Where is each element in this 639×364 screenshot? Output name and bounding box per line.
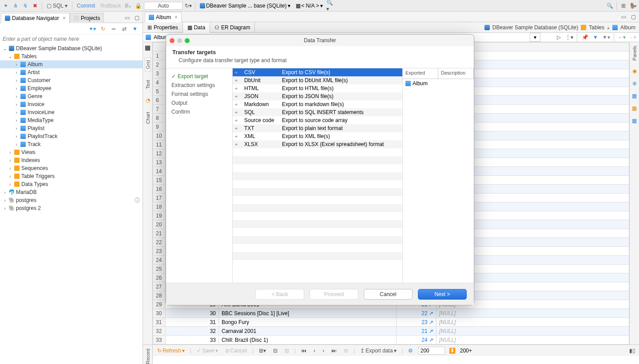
connect-icon[interactable]: ↯ <box>21 2 29 10</box>
vtab-panels[interactable]: Panels <box>632 44 637 63</box>
stop-icon[interactable]: ⊘ <box>342 348 350 354</box>
refresh-icon[interactable]: ↻ <box>99 25 107 33</box>
sql-button[interactable]: ▢ SQL ▾ <box>45 3 69 9</box>
next-button[interactable]: Next > <box>418 289 467 300</box>
tree-table-genre[interactable]: ›Genre <box>0 92 143 100</box>
table-row[interactable]: 3131Bongo Fury23 ↗[NULL] <box>153 318 629 327</box>
subtab-er[interactable]: ⚇ ER Diagram <box>210 22 255 32</box>
wizard-step[interactable]: Output <box>166 99 232 107</box>
last-icon[interactable]: ⏭ <box>329 348 338 354</box>
datasource-combo[interactable]: DBeaver Sample ... base (SQLite) ▾ <box>198 3 292 9</box>
editor-tab-album[interactable]: Album× <box>145 12 182 22</box>
tree-table-playlist[interactable]: ›Playlist <box>0 124 143 132</box>
format-option-json[interactable]: ▫JSONExport to JSON file(s) <box>233 92 402 100</box>
tree-triggers[interactable]: ›Table Triggers <box>0 172 143 180</box>
auto-commit-select[interactable]: Auto <box>144 2 183 10</box>
tree-table-album[interactable]: ›Album <box>0 60 143 68</box>
vtab-grid[interactable]: Grid <box>145 58 151 71</box>
exported-item[interactable]: Album <box>403 79 474 88</box>
tree-table-invoiceline[interactable]: ›InvoiceLine <box>0 108 143 116</box>
tree-tables[interactable]: ⌄Tables <box>0 52 143 60</box>
wizard-step[interactable]: Format settings <box>166 90 232 99</box>
first-icon[interactable]: ⏮ <box>299 348 308 354</box>
table-row[interactable]: 3232Carnaval 200121 ↗[NULL] <box>153 327 629 336</box>
sort-filter-icon[interactable]: ▼▾ <box>602 33 610 41</box>
filter-icon[interactable]: ▼ <box>591 33 599 41</box>
row-count-input[interactable] <box>418 347 445 355</box>
wizard-step[interactable]: Extraction settings <box>166 81 232 90</box>
tree-table-customer[interactable]: ›Customer <box>0 76 143 84</box>
format-option-txt[interactable]: ▫TXTExport to plain text format <box>233 124 402 132</box>
format-option-xlsx[interactable]: ▫XLSXExport to XLSX (Excel spreadsheet) … <box>233 140 402 148</box>
rollback-button[interactable]: Rollback <box>99 3 123 9</box>
panel-meta-icon[interactable]: ▦ <box>631 117 639 125</box>
tree-table-mediatype[interactable]: ›MediaType <box>0 116 143 124</box>
add-row-icon[interactable]: ⊞▾ <box>257 348 268 354</box>
gear-icon[interactable]: ⚙ <box>407 347 415 355</box>
tree-views[interactable]: ›Views <box>0 148 143 156</box>
projects-tab[interactable]: Projects <box>70 13 104 23</box>
wizard-step[interactable]: Export target <box>166 72 232 81</box>
subtab-properties[interactable]: ⊞ Properties <box>143 22 183 32</box>
tx-history-icon[interactable]: ↻▾ <box>184 2 192 10</box>
schema-combo[interactable]: ▦ < N/A > ▾ <box>294 3 325 9</box>
maximize-icon[interactable]: ▢ <box>133 14 141 22</box>
subtab-data[interactable]: ▦ Data <box>183 23 210 33</box>
del-row-icon[interactable]: ⊟ <box>283 348 291 354</box>
more-icon[interactable]: ⋮▾ <box>565 33 573 41</box>
search-icon[interactable]: 🔍▾ <box>326 2 334 10</box>
tree-postgres[interactable]: ›🐘postgresⓘ <box>0 196 143 204</box>
commit-button[interactable]: Commit <box>75 3 97 9</box>
prev-icon[interactable]: ‹ <box>312 348 317 354</box>
tree-postgres2[interactable]: ›🐘postgres 2 <box>0 204 143 212</box>
format-option-csv[interactable]: ▫CSVExport to CSV file(s) <box>233 68 402 76</box>
breadcrumb-tables[interactable]: Tables <box>589 24 604 31</box>
navigator-tab[interactable]: Database Navigator× <box>1 13 70 23</box>
new-conn-icon[interactable]: ✦▾ <box>88 25 96 33</box>
format-option-sql[interactable]: ▫SQLExport to SQL INSERT statements <box>233 108 402 116</box>
dbeaver-perspective-icon[interactable]: 🦫 <box>629 2 637 10</box>
next-icon[interactable]: › <box>321 348 326 354</box>
wizard-icon[interactable]: ⋔ <box>12 2 20 10</box>
table-row[interactable]: 3333Chill: Brazil (Disc 1)24 ↗[NULL] <box>153 336 629 344</box>
perspective-icon[interactable]: ⊞ <box>619 2 627 10</box>
panel-calc-icon[interactable]: ⊕ <box>631 79 639 87</box>
new-connection-icon[interactable]: ✦ <box>2 2 10 10</box>
cancel-button[interactable]: Cancel <box>364 289 413 300</box>
filter-settings-icon[interactable]: ▼ <box>131 25 139 33</box>
close-icon[interactable]: × <box>175 14 178 20</box>
nav-fwd-icon[interactable]: →▾ <box>628 33 636 41</box>
close-icon[interactable]: × <box>63 15 66 21</box>
panels-toggle-icon[interactable]: ▮▯ <box>628 347 636 355</box>
tree-root[interactable]: ⌄DBeaver Sample Database (SQLite) <box>0 44 143 52</box>
tree-table-invoice[interactable]: ›Invoice <box>0 100 143 108</box>
tree-indexes[interactable]: ›Indexes <box>0 156 143 164</box>
save-button[interactable]: ✓ Save ▾ <box>195 348 219 354</box>
nav-back-icon[interactable]: ←▾ <box>618 33 626 41</box>
close-window-icon[interactable] <box>170 38 175 43</box>
panel-refs-icon[interactable]: ▦ <box>631 104 639 112</box>
global-search-icon[interactable]: 🔍 <box>606 2 614 10</box>
breadcrumb-album[interactable]: Album <box>620 24 635 31</box>
tree-table-artist[interactable]: ›Artist <box>0 68 143 76</box>
tree-mariadb[interactable]: ›🐬MariaDB <box>0 188 143 196</box>
vtab-chart[interactable]: Chart <box>145 110 151 126</box>
tx-icon[interactable]: ⎘▾ <box>124 2 132 10</box>
filter-dropdown[interactable]: ▾ <box>530 33 540 42</box>
maximize-icon[interactable]: ▢ <box>629 13 637 21</box>
format-option-xml[interactable]: ▫XMLExport to XML file(s) <box>233 132 402 140</box>
vtab-record[interactable]: Record <box>145 347 151 364</box>
fetch-size-icon[interactable]: ⏬ <box>448 347 456 355</box>
disconnect-icon[interactable]: ✖ <box>31 2 39 10</box>
pin-icon[interactable]: 📌 <box>581 33 589 41</box>
table-row[interactable]: 3030BBC Sessions [Disc 1] [Live]22 ↗[NUL… <box>153 309 629 318</box>
refresh-button[interactable]: ↻ Refresh ▾ <box>155 348 187 354</box>
panel-grouping-icon[interactable]: ▦ <box>631 92 639 100</box>
zoom-window-icon[interactable] <box>185 38 190 43</box>
tree-sequences[interactable]: ›Sequences <box>0 164 143 172</box>
lock-icon[interactable]: 🔒 <box>134 2 142 10</box>
cancel-button[interactable]: ⊘ Cancel <box>223 348 249 354</box>
wizard-step[interactable]: Confirm <box>166 107 232 116</box>
link-editor-icon[interactable]: ⇄ <box>120 25 128 33</box>
format-option-source-code[interactable]: ▫Source codeExport to source code array <box>233 116 402 124</box>
